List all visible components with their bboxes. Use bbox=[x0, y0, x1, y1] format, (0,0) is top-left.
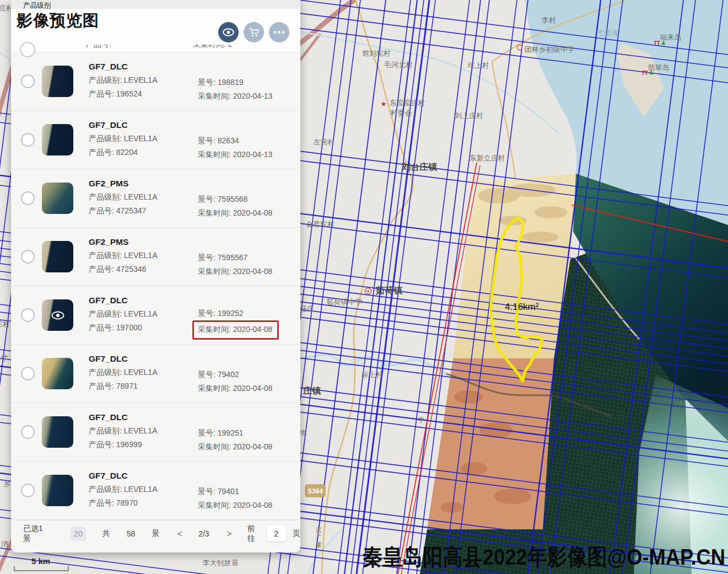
svg-text:中: 中 bbox=[418, 416, 425, 424]
svg-text:毛河北村: 毛河北村 bbox=[384, 61, 413, 69]
product-number: 产品号: 197000 bbox=[89, 321, 198, 335]
product-title: GF2_PMS bbox=[89, 179, 198, 189]
collect-time-highlight: 采集时间: 2020-04-08 bbox=[198, 208, 272, 217]
product-title: GF7_DLC bbox=[89, 296, 198, 305]
row-select-radio[interactable] bbox=[21, 250, 35, 264]
collect-time: 采集时间: 2020-04-13 bbox=[198, 89, 300, 103]
product-list: GF7_DLC 产品级别: LEVEL1A 产品号: 196524 景号: 19… bbox=[11, 52, 300, 520]
collect-time-highlight: 采集时间: 2020-04-08 bbox=[192, 320, 279, 340]
product-info-right: 景号: 82634 采集时间: 2020-04-13 bbox=[198, 119, 300, 162]
preview-eye-button[interactable] bbox=[218, 22, 239, 42]
panel-header: 产品级别 影像预览图 产品号: 采集时间: 2 bbox=[11, 9, 300, 52]
more-button[interactable] bbox=[269, 22, 289, 42]
ellipsis-icon bbox=[274, 31, 285, 34]
road-badge: S364 bbox=[305, 485, 325, 497]
product-info: GF2_PMS 产品级别: LEVEL1A 产品号: 4725347 bbox=[89, 179, 198, 218]
product-thumbnail[interactable] bbox=[42, 358, 73, 389]
row-select-radio[interactable] bbox=[21, 74, 35, 88]
scene-number: 景号: 7595567 bbox=[198, 251, 300, 265]
product-thumbnail[interactable] bbox=[42, 416, 73, 448]
product-row[interactable]: GF7_DLC 产品级别: LEVEL1A 产品号: 196524 景号: 19… bbox=[11, 52, 300, 111]
product-row[interactable]: GF7_DLC 产品级别: LEVEL1A 产品号: 82204 景号: 826… bbox=[11, 111, 300, 169]
cart-button[interactable] bbox=[244, 22, 264, 42]
product-level: 产品级别: LEVEL1A bbox=[89, 73, 198, 87]
product-info-right: 景号: 199251 采集时间: 2020-04-08 bbox=[198, 411, 300, 454]
app-window: 4.16km² 前刘坨村 毛河北村 坨上村 李村 团林乡初级中学 七里海 福来岛… bbox=[0, 0, 728, 574]
page-size-select[interactable]: 20 bbox=[71, 527, 86, 541]
product-row[interactable]: GF2_PMS 产品级别: LEVEL1A 产品号: 4725346 景号: 7… bbox=[11, 228, 300, 286]
svg-text:坨上村: 坨上村 bbox=[467, 61, 489, 69]
toolbar bbox=[218, 22, 289, 42]
product-thumbnail[interactable] bbox=[42, 475, 73, 506]
row-select-radio[interactable] bbox=[21, 425, 35, 439]
product-number: 产品号: 196999 bbox=[89, 438, 198, 452]
svg-text:前刘坨村: 前刘坨村 bbox=[362, 49, 391, 57]
product-info: GF7_DLC 产品级别: LEVEL1A 产品号: 197000 bbox=[89, 296, 198, 335]
svg-text:李大钊故居: 李大钊故居 bbox=[203, 559, 239, 567]
scene-number: 景号: 82634 bbox=[198, 134, 300, 148]
collect-time-highlight: 采集时间: 2020-04-08 bbox=[198, 442, 272, 451]
row-select-radio[interactable] bbox=[21, 484, 35, 497]
product-thumbnail[interactable] bbox=[42, 241, 73, 272]
cart-icon bbox=[249, 28, 259, 37]
product-row[interactable]: GF7_DLC 产品级别: LEVEL1A 产品号: 196999 景号: 19… bbox=[11, 403, 300, 462]
svg-text:标上村: 标上村 bbox=[362, 371, 383, 379]
total-unit: 景 bbox=[152, 529, 159, 539]
collect-time: 采集时间: 2020-04-08 bbox=[198, 320, 300, 340]
page-unit: 页 bbox=[293, 529, 300, 539]
product-title: GF7_DLC bbox=[89, 62, 198, 72]
next-page-button[interactable]: > bbox=[224, 528, 235, 539]
product-title: GF7_DLC bbox=[89, 120, 198, 130]
total-prefix: 共 bbox=[103, 529, 110, 539]
product-info-right: 景号: 79401 采集时间: 2020-04-08 bbox=[198, 469, 300, 512]
product-title: GF7_DLC bbox=[89, 412, 198, 422]
svg-text:5 km: 5 km bbox=[31, 556, 50, 566]
collect-time-highlight: 采集时间: 2020-04-08 bbox=[198, 384, 272, 393]
product-info-right: 景号: 198819 采集时间: 2020-04-13 bbox=[198, 60, 300, 103]
svg-text:七里海: 七里海 bbox=[597, 29, 619, 37]
svg-text:茹荷镇中学: 茹荷镇中学 bbox=[327, 298, 363, 306]
row-select-radio[interactable] bbox=[21, 133, 35, 147]
product-row[interactable]: GF7_DLC 产品级别: LEVEL1A 产品号: 78970 景号: 794… bbox=[11, 462, 300, 520]
svg-text:福来岛: 福来岛 bbox=[660, 33, 682, 41]
product-number: 产品号: 4725346 bbox=[89, 262, 198, 276]
product-thumbnail[interactable] bbox=[42, 66, 73, 97]
row-select-radio[interactable] bbox=[21, 191, 35, 205]
selected-count: 已选1景 bbox=[23, 524, 46, 544]
prev-page-button[interactable]: < bbox=[174, 528, 185, 539]
product-level: 产品级别: LEVEL1A bbox=[89, 190, 198, 204]
product-level: 产品级别: LEVEL1A bbox=[89, 482, 198, 496]
svg-text:任庄: 任庄 bbox=[299, 304, 314, 313]
product-thumbnail[interactable] bbox=[42, 299, 73, 331]
preview-eye-icon bbox=[42, 299, 73, 331]
partial-row: 产品号: 采集时间: 2 bbox=[11, 45, 300, 51]
product-number: 产品号: 82204 bbox=[89, 146, 198, 159]
collect-time-highlight: 采集时间: 2020-04-13 bbox=[198, 92, 272, 100]
product-thumbnail[interactable] bbox=[42, 183, 73, 214]
filter-label: 产品级别 bbox=[23, 1, 51, 10]
product-row[interactable]: GF2_PMS 产品级别: LEVEL1A 产品号: 4725347 景号: 7… bbox=[11, 169, 300, 228]
page-title: 影像预览图 bbox=[17, 10, 99, 32]
row-select-radio[interactable] bbox=[21, 308, 35, 322]
goto-label: 前往 bbox=[247, 524, 260, 544]
svg-text:刘台庄镇: 刘台庄镇 bbox=[401, 162, 438, 171]
product-title: GF7_DLC bbox=[89, 354, 198, 364]
product-info: GF7_DLC 产品级别: LEVEL1A 产品号: 78970 bbox=[89, 471, 198, 510]
product-number: 产品号: 78970 bbox=[89, 496, 198, 510]
scene-number: 景号: 7595568 bbox=[198, 192, 300, 206]
product-number: 产品号: 78971 bbox=[89, 379, 198, 393]
product-row[interactable]: GF7_DLC 产品级别: LEVEL1A 产品号: 197000 景号: 19… bbox=[11, 286, 300, 345]
scene-number: 景号: 79401 bbox=[198, 485, 300, 498]
collect-time: 采集时间: 2020-04-08 bbox=[198, 498, 300, 512]
collect-time: 采集时间: 2020-04-08 bbox=[198, 265, 300, 278]
row-select-radio[interactable] bbox=[21, 367, 35, 380]
svg-text:茹荷镇: 茹荷镇 bbox=[375, 286, 403, 295]
svg-text:李村: 李村 bbox=[542, 16, 556, 24]
product-info: GF7_DLC 产品级别: LEVEL1A 产品号: 82204 bbox=[89, 120, 198, 159]
product-info: GF7_DLC 产品级别: LEVEL1A 产品号: 196524 bbox=[89, 62, 198, 101]
goto-page-input[interactable] bbox=[267, 525, 286, 541]
product-level: 产品级别: LEVEL1A bbox=[89, 366, 198, 379]
product-thumbnail[interactable] bbox=[42, 124, 73, 155]
panel-top-strip bbox=[11, 0, 300, 9]
product-row[interactable]: GF7_DLC 产品级别: LEVEL1A 产品号: 78971 景号: 794… bbox=[11, 345, 300, 403]
